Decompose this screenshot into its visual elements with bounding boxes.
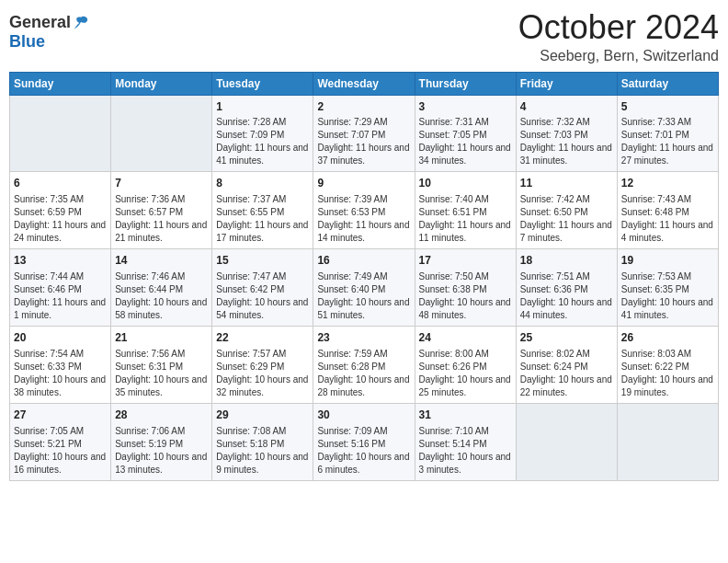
calendar-cell: 21Sunrise: 7:56 AMSunset: 6:31 PMDayligh…: [111, 326, 212, 403]
calendar-week-row: 6Sunrise: 7:35 AMSunset: 6:59 PMDaylight…: [10, 172, 719, 249]
day-number: 21: [115, 330, 208, 346]
cell-detail: Sunrise: 7:09 AMSunset: 5:16 PMDaylight:…: [317, 425, 410, 477]
calendar-cell: 7Sunrise: 7:36 AMSunset: 6:57 PMDaylight…: [111, 172, 212, 249]
day-number: 31: [419, 408, 512, 423]
day-number: 20: [14, 330, 107, 346]
calendar-cell: 14Sunrise: 7:46 AMSunset: 6:44 PMDayligh…: [111, 249, 212, 327]
title-area: October 2024 Seeberg, Bern, Switzerland: [518, 9, 719, 64]
cell-detail: Sunrise: 7:29 AMSunset: 7:07 PMDaylight:…: [317, 116, 410, 167]
page-header: General Blue October 2024 Seeberg, Bern,…: [9, 9, 719, 64]
cell-detail: Sunrise: 7:50 AMSunset: 6:38 PMDaylight:…: [419, 270, 512, 322]
day-number: 1: [216, 99, 309, 115]
calendar-cell: 10Sunrise: 7:40 AMSunset: 6:51 PMDayligh…: [415, 172, 516, 249]
cell-detail: Sunrise: 7:32 AMSunset: 7:03 PMDaylight:…: [520, 116, 613, 167]
day-number: 17: [419, 253, 512, 269]
calendar-cell: 8Sunrise: 7:37 AMSunset: 6:55 PMDaylight…: [212, 172, 313, 249]
day-number: 28: [115, 408, 208, 423]
calendar-cell: 1Sunrise: 7:28 AMSunset: 7:09 PMDaylight…: [212, 95, 313, 172]
calendar-cell: 31Sunrise: 7:10 AMSunset: 5:14 PMDayligh…: [415, 403, 516, 480]
day-number: 11: [520, 176, 613, 191]
cell-detail: Sunrise: 7:40 AMSunset: 6:51 PMDaylight:…: [419, 193, 512, 245]
calendar-cell: 2Sunrise: 7:29 AMSunset: 7:07 PMDaylight…: [313, 95, 415, 172]
header-wednesday: Wednesday: [313, 72, 415, 95]
cell-detail: Sunrise: 7:42 AMSunset: 6:50 PMDaylight:…: [520, 193, 613, 245]
day-number: 3: [419, 99, 512, 115]
cell-detail: Sunrise: 7:10 AMSunset: 5:14 PMDaylight:…: [419, 425, 512, 477]
calendar-cell: 30Sunrise: 7:09 AMSunset: 5:16 PMDayligh…: [313, 403, 415, 480]
day-number: 8: [216, 176, 309, 191]
header-friday: Friday: [516, 72, 617, 95]
day-number: 25: [520, 330, 613, 346]
logo: General Blue: [9, 9, 89, 52]
calendar-cell: 26Sunrise: 8:03 AMSunset: 6:22 PMDayligh…: [617, 326, 718, 403]
calendar-cell: 6Sunrise: 7:35 AMSunset: 6:59 PMDaylight…: [10, 172, 111, 249]
cell-detail: Sunrise: 7:43 AMSunset: 6:48 PMDaylight:…: [621, 193, 714, 245]
header-thursday: Thursday: [415, 72, 516, 95]
calendar-cell: 24Sunrise: 8:00 AMSunset: 6:26 PMDayligh…: [415, 326, 516, 403]
day-number: 26: [621, 330, 714, 346]
calendar-cell: 3Sunrise: 7:31 AMSunset: 7:05 PMDaylight…: [415, 95, 516, 172]
month-title: October 2024: [518, 9, 719, 46]
calendar-cell: 17Sunrise: 7:50 AMSunset: 6:38 PMDayligh…: [415, 249, 516, 327]
header-saturday: Saturday: [617, 72, 718, 95]
day-number: 4: [520, 99, 613, 115]
calendar-week-row: 1Sunrise: 7:28 AMSunset: 7:09 PMDaylight…: [10, 95, 719, 172]
cell-detail: Sunrise: 7:28 AMSunset: 7:09 PMDaylight:…: [216, 116, 309, 167]
calendar-cell: 28Sunrise: 7:06 AMSunset: 5:19 PMDayligh…: [111, 403, 212, 480]
cell-detail: Sunrise: 7:33 AMSunset: 7:01 PMDaylight:…: [621, 116, 714, 167]
cell-detail: Sunrise: 7:36 AMSunset: 6:57 PMDaylight:…: [115, 193, 208, 245]
cell-detail: Sunrise: 8:02 AMSunset: 6:24 PMDaylight:…: [520, 348, 613, 399]
day-number: 2: [317, 99, 410, 115]
calendar-cell: 15Sunrise: 7:47 AMSunset: 6:42 PMDayligh…: [212, 249, 313, 327]
calendar-cell: [617, 403, 718, 480]
calendar-cell: 9Sunrise: 7:39 AMSunset: 6:53 PMDaylight…: [313, 172, 415, 249]
cell-detail: Sunrise: 7:54 AMSunset: 6:33 PMDaylight:…: [14, 348, 107, 399]
day-number: 19: [621, 253, 714, 269]
calendar-cell: [10, 95, 111, 172]
calendar-cell: 18Sunrise: 7:51 AMSunset: 6:36 PMDayligh…: [516, 249, 617, 327]
calendar-cell: [516, 403, 617, 480]
cell-detail: Sunrise: 7:08 AMSunset: 5:18 PMDaylight:…: [216, 425, 309, 477]
day-number: 23: [317, 330, 410, 346]
day-number: 24: [419, 330, 512, 346]
cell-detail: Sunrise: 7:53 AMSunset: 6:35 PMDaylight:…: [621, 270, 714, 322]
calendar-cell: 13Sunrise: 7:44 AMSunset: 6:46 PMDayligh…: [10, 249, 111, 327]
calendar-header-row: SundayMondayTuesdayWednesdayThursdayFrid…: [10, 72, 719, 95]
cell-detail: Sunrise: 7:44 AMSunset: 6:46 PMDaylight:…: [14, 270, 107, 322]
day-number: 16: [317, 253, 410, 269]
day-number: 29: [216, 408, 309, 423]
calendar-cell: 22Sunrise: 7:57 AMSunset: 6:29 PMDayligh…: [212, 326, 313, 403]
cell-detail: Sunrise: 7:37 AMSunset: 6:55 PMDaylight:…: [216, 193, 309, 245]
logo-general: General: [9, 13, 71, 32]
cell-detail: Sunrise: 7:35 AMSunset: 6:59 PMDaylight:…: [14, 193, 107, 245]
cell-detail: Sunrise: 7:06 AMSunset: 5:19 PMDaylight:…: [115, 425, 208, 477]
header-monday: Monday: [111, 72, 212, 95]
calendar-cell: 4Sunrise: 7:32 AMSunset: 7:03 PMDaylight…: [516, 95, 617, 172]
day-number: 12: [621, 176, 714, 191]
day-number: 9: [317, 176, 410, 191]
cell-detail: Sunrise: 7:56 AMSunset: 6:31 PMDaylight:…: [115, 348, 208, 399]
calendar-cell: 16Sunrise: 7:49 AMSunset: 6:40 PMDayligh…: [313, 249, 415, 327]
calendar-cell: 5Sunrise: 7:33 AMSunset: 7:01 PMDaylight…: [617, 95, 718, 172]
day-number: 27: [14, 408, 107, 423]
calendar-cell: [111, 95, 212, 172]
header-tuesday: Tuesday: [212, 72, 313, 95]
header-sunday: Sunday: [10, 72, 111, 95]
logo-bird-icon: [73, 15, 89, 31]
calendar-week-row: 27Sunrise: 7:05 AMSunset: 5:21 PMDayligh…: [10, 403, 719, 480]
calendar-cell: 27Sunrise: 7:05 AMSunset: 5:21 PMDayligh…: [10, 403, 111, 480]
cell-detail: Sunrise: 7:05 AMSunset: 5:21 PMDaylight:…: [14, 425, 107, 477]
day-number: 7: [115, 176, 208, 191]
calendar-cell: 12Sunrise: 7:43 AMSunset: 6:48 PMDayligh…: [617, 172, 718, 249]
cell-detail: Sunrise: 8:03 AMSunset: 6:22 PMDaylight:…: [621, 348, 714, 399]
calendar-cell: 19Sunrise: 7:53 AMSunset: 6:35 PMDayligh…: [617, 249, 718, 327]
location-subtitle: Seeberg, Bern, Switzerland: [518, 48, 719, 64]
calendar-cell: 20Sunrise: 7:54 AMSunset: 6:33 PMDayligh…: [10, 326, 111, 403]
day-number: 10: [419, 176, 512, 191]
cell-detail: Sunrise: 7:59 AMSunset: 6:28 PMDaylight:…: [317, 348, 410, 399]
calendar-week-row: 13Sunrise: 7:44 AMSunset: 6:46 PMDayligh…: [10, 249, 719, 327]
calendar-cell: 25Sunrise: 8:02 AMSunset: 6:24 PMDayligh…: [516, 326, 617, 403]
day-number: 22: [216, 330, 309, 346]
calendar-cell: 29Sunrise: 7:08 AMSunset: 5:18 PMDayligh…: [212, 403, 313, 480]
cell-detail: Sunrise: 7:39 AMSunset: 6:53 PMDaylight:…: [317, 193, 410, 245]
